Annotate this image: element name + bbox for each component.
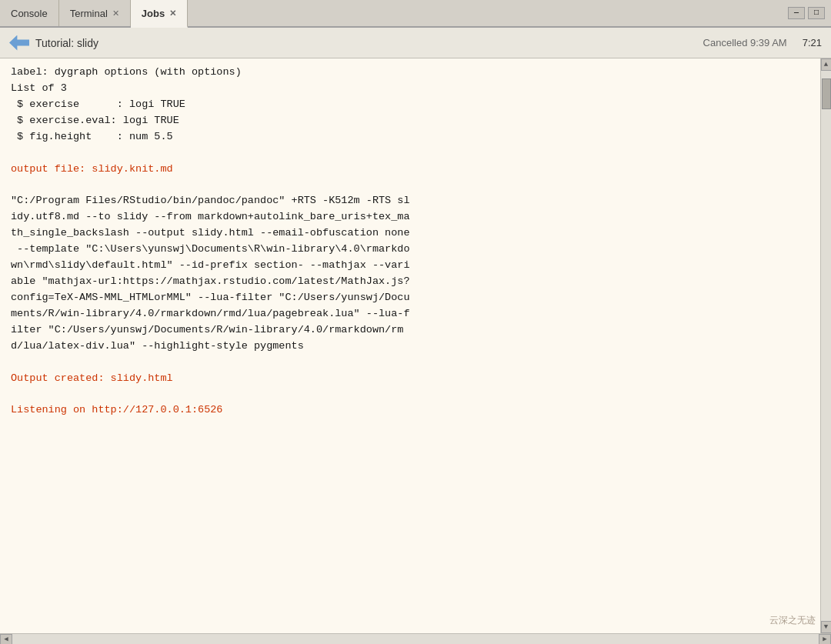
horizontal-scrollbar[interactable]: ◀ ▶ <box>0 633 831 644</box>
console-line1: label: dygraph options (with options) <box>11 66 242 78</box>
scroll-track-horizontal[interactable] <box>12 635 819 644</box>
console-output[interactable]: label: dygraph options (with options) Li… <box>0 58 820 633</box>
tab-terminal[interactable]: Terminal ✕ <box>59 0 131 26</box>
tab-console[interactable]: Console <box>0 0 59 26</box>
title-right: Cancelled 9:39 AM 7:21 <box>703 37 822 48</box>
scroll-thumb-vertical[interactable] <box>822 78 831 109</box>
tab-jobs-label: Jobs <box>142 8 165 19</box>
listening-label: Listening on http://127.0.0.1:6526 <box>11 404 222 415</box>
title-bar: Tutorial: slidy Cancelled 9:39 AM 7:21 <box>0 28 831 58</box>
vertical-scrollbar[interactable]: ▲ ▼ <box>820 58 831 633</box>
tutorial-title: Tutorial: slidy <box>35 37 98 49</box>
console-area: label: dygraph options (with options) Li… <box>0 58 831 633</box>
title-left: Tutorial: slidy <box>9 35 98 51</box>
output-file-label: output file: slidy.knit.md <box>11 163 173 175</box>
scroll-right-button[interactable]: ▶ <box>819 634 831 645</box>
console-line4: $ exercise.eval: logi TRUE <box>11 115 179 126</box>
scroll-down-button[interactable]: ▼ <box>821 621 832 633</box>
back-arrow-icon[interactable] <box>9 35 29 51</box>
tab-jobs-close[interactable]: ✕ <box>169 8 176 18</box>
pandoc-cmd: "C:/Program Files/RStudio/bin/pandoc/pan… <box>11 195 409 351</box>
scroll-up-button[interactable]: ▲ <box>821 58 832 71</box>
maximize-button[interactable]: □ <box>808 7 825 19</box>
tab-terminal-close[interactable]: ✕ <box>112 8 119 18</box>
scroll-track-vertical[interactable] <box>822 71 831 621</box>
status-text: Cancelled 9:39 AM <box>703 37 787 48</box>
tab-jobs[interactable]: Jobs ✕ <box>131 0 188 28</box>
scroll-left-button[interactable]: ◀ <box>0 634 12 645</box>
console-line5: $ fig.height : num 5.5 <box>11 131 173 142</box>
console-line3: $ exercise : logi TRUE <box>11 98 185 110</box>
main-window: Console Terminal ✕ Jobs ✕ — □ Tutorial: … <box>0 0 831 644</box>
output-created-label: Output created: slidy.html <box>11 372 173 384</box>
tab-bar: Console Terminal ✕ Jobs ✕ — □ <box>0 0 831 28</box>
time-text: 7:21 <box>803 37 822 48</box>
minimize-button[interactable]: — <box>788 7 805 19</box>
watermark: 云深之无迹 <box>769 614 816 627</box>
tab-console-label: Console <box>11 8 48 19</box>
console-line2: List of 3 <box>11 82 67 94</box>
tab-terminal-label: Terminal <box>70 8 108 19</box>
